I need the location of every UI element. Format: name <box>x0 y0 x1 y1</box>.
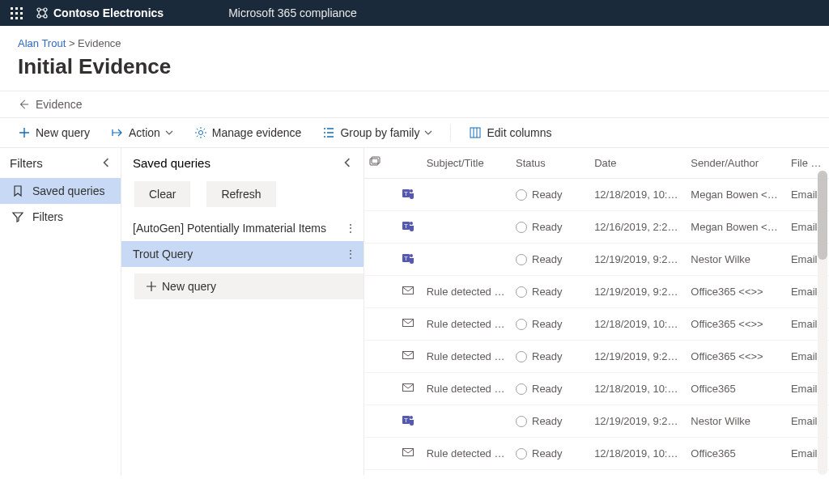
status-header[interactable]: Status <box>511 148 589 179</box>
svg-text:T: T <box>404 222 408 230</box>
date-header[interactable]: Date <box>589 148 686 179</box>
funnel-icon <box>11 210 24 223</box>
svg-point-4 <box>198 131 202 135</box>
row-sender: Nestor Wilke <box>686 244 786 276</box>
row-select[interactable] <box>364 373 395 405</box>
row-status: Ready <box>511 244 589 276</box>
columns-icon <box>469 126 482 139</box>
filters-item-filters[interactable]: Filters <box>0 204 121 230</box>
sender-header[interactable]: Sender/Author <box>686 148 786 179</box>
manage-evidence-label: Manage evidence <box>212 126 302 139</box>
row-select[interactable] <box>364 341 395 373</box>
row-select[interactable] <box>364 244 395 276</box>
table-row[interactable]: TReady12/16/2019, 2:29…Megan Bowen <…Ema… <box>364 211 829 244</box>
row-date: 12/18/2019, 10:2… <box>589 373 686 405</box>
row-sender: Office365 <<>> <box>686 308 786 341</box>
clear-button[interactable]: Clear <box>134 181 190 207</box>
table-row[interactable]: Rule detected …Ready12/19/2019, 9:23…Off… <box>364 276 829 308</box>
saved-queries-heading: Saved queries <box>121 148 363 178</box>
status-circle-icon <box>516 286 527 298</box>
refresh-button[interactable]: Refresh <box>206 181 275 207</box>
table-row[interactable]: TReady12/18/2019, 10:2…Megan Bowen <…Ema… <box>364 179 829 211</box>
scrollbar-thumb[interactable] <box>818 171 827 260</box>
table-row[interactable]: Rule detected …Ready12/18/2019, 10:2…Off… <box>364 373 829 405</box>
row-select[interactable] <box>364 308 395 341</box>
saved-queries-panel: Saved queries Clear Refresh [AutoGen] Po… <box>121 148 364 475</box>
row-select[interactable] <box>364 470 395 476</box>
select-all-header[interactable] <box>364 148 395 179</box>
action-button[interactable]: Action <box>108 123 176 142</box>
chevron-down-icon <box>165 129 173 137</box>
query-item-label: Trout Query <box>133 248 193 260</box>
row-subject: Rule detected … <box>422 341 511 373</box>
group-by-family-button[interactable]: Group by family <box>319 123 436 142</box>
new-query-button[interactable]: New query <box>15 123 93 142</box>
svg-point-23 <box>410 416 413 419</box>
new-query-inline-button[interactable]: New query <box>134 273 363 299</box>
row-type-icon: T <box>395 179 422 211</box>
manage-evidence-button[interactable]: Manage evidence <box>191 123 305 142</box>
query-item[interactable]: [AutoGen] Potentially Immaterial Items ⋮ <box>121 215 363 241</box>
row-status: Ready <box>511 179 589 211</box>
table-row[interactable]: Rule detected …Ready12/19/2019, 9:23…Off… <box>364 341 829 373</box>
status-circle-icon <box>516 416 527 427</box>
status-circle-icon <box>516 189 527 201</box>
row-sender: Nestor Wilke <box>686 405 786 438</box>
org-brand[interactable]: Contoso Electronics <box>36 6 164 19</box>
status-circle-icon <box>516 222 527 233</box>
row-status: Ready <box>511 438 589 470</box>
row-select[interactable] <box>364 211 395 244</box>
subject-header[interactable]: Subject/Title <box>422 148 511 179</box>
row-type-icon: T <box>395 244 422 276</box>
table-row[interactable]: Rule detected …Ready12/18/2019, 10:2…Off… <box>364 438 829 470</box>
svg-point-0 <box>37 8 40 11</box>
row-date: 12/19/2019, 9:22… <box>589 405 686 438</box>
table-row[interactable]: TReady12/19/2019, 9:21…Nestor Wilke Emai… <box>364 244 829 276</box>
back-link[interactable]: Evidence <box>18 98 83 111</box>
row-subject <box>422 211 511 244</box>
row-select[interactable] <box>364 179 395 211</box>
status-circle-icon <box>516 383 527 395</box>
row-type-icon: W <box>395 470 422 476</box>
scrollbar[interactable] <box>818 171 827 475</box>
filters-heading: Filters <box>0 148 121 178</box>
row-date: 12/19/2019, 9:23… <box>589 341 686 373</box>
row-type-icon <box>395 341 422 373</box>
table-row[interactable]: TReady12/19/2019, 9:22…Nestor Wilke Emai… <box>364 405 829 438</box>
page-header: Alan Trout > Evidence Initial Evidence <box>0 26 829 91</box>
row-subject <box>422 405 511 438</box>
new-query-inline-label: New query <box>162 280 216 293</box>
row-select[interactable] <box>364 276 395 308</box>
edit-columns-button[interactable]: Edit columns <box>466 123 555 142</box>
filters-panel: Filters Saved queries Filters <box>0 148 121 475</box>
breadcrumb-parent[interactable]: Alan Trout <box>18 37 66 49</box>
table-row[interactable]: Rule detected …Ready12/18/2019, 10:2…Off… <box>364 308 829 341</box>
edit-columns-label: Edit columns <box>487 126 551 139</box>
row-date: 12/16/2019, 2:29… <box>589 211 686 244</box>
query-item[interactable]: Trout Query ⋮ <box>121 241 363 267</box>
collapse-filters-button[interactable] <box>101 156 111 170</box>
row-sender: Megan Bowen <… <box>686 179 786 211</box>
row-type-icon <box>395 438 422 470</box>
mail-icon <box>402 446 414 459</box>
app-launcher-icon[interactable] <box>5 2 28 24</box>
query-buttons: Clear Refresh <box>121 178 363 215</box>
row-type-icon <box>395 373 422 405</box>
main: Filters Saved queries Filters Saved quer… <box>0 148 829 475</box>
row-select[interactable] <box>364 405 395 438</box>
row-type-icon: T <box>395 211 422 244</box>
results-scroll[interactable]: Subject/Title Status Date Sender/Author … <box>364 148 829 475</box>
query-item-more-button[interactable]: ⋮ <box>342 248 359 260</box>
collapse-queries-button[interactable] <box>342 156 352 170</box>
row-sender: Megan Bowen <… <box>686 211 786 244</box>
svg-rect-24 <box>403 449 414 456</box>
row-select[interactable] <box>364 438 395 470</box>
chevron-left-icon <box>101 158 111 167</box>
row-subject: Alan Trout Onl… <box>422 470 511 476</box>
filters-item-saved-queries[interactable]: Saved queries <box>0 178 121 204</box>
status-circle-icon <box>516 254 527 265</box>
row-status: Ready <box>511 211 589 244</box>
row-status: Ready <box>511 341 589 373</box>
table-row[interactable]: WAlan Trout Onl…Ready12/16/2019, 11:5…Ju… <box>364 470 829 476</box>
query-item-more-button[interactable]: ⋮ <box>342 222 359 235</box>
